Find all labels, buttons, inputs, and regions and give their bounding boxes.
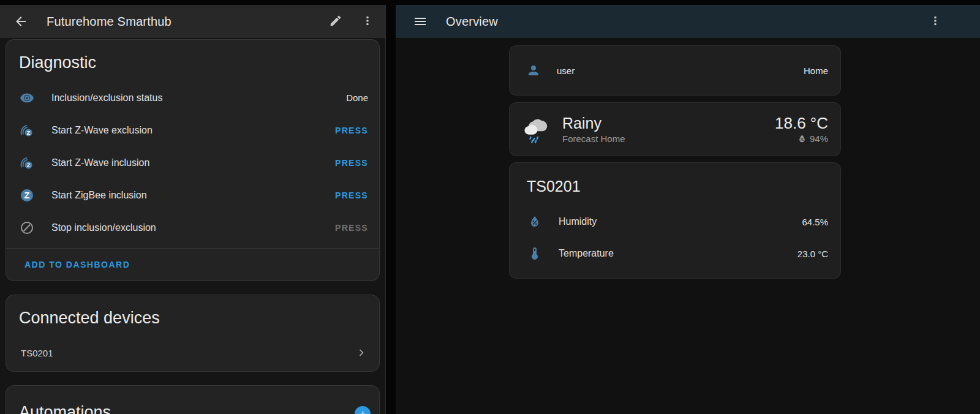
pencil-icon: [329, 14, 342, 28]
eye-icon: [20, 91, 34, 105]
row-label: Stop inclusion/exclusion: [51, 222, 156, 233]
row-label: Temperature: [559, 248, 614, 259]
device-page-title: Futurehome Smarthub: [47, 15, 172, 29]
row-label: Inclusion/exclusion status: [51, 92, 162, 104]
press-button[interactable]: PRESS: [335, 126, 368, 135]
diagnostic-row-zwave-exclusion: Z Start Z-Wave exclusion PRESS: [6, 114, 379, 146]
dashboard-title: Overview: [446, 15, 498, 29]
humidity-drop-icon: [797, 134, 807, 144]
press-button-disabled[interactable]: PRESS: [335, 223, 368, 233]
menu-button[interactable]: [413, 14, 428, 29]
cancel-icon: [20, 220, 34, 235]
dots-vertical-icon: [361, 14, 374, 28]
weather-source: Forecast Home: [562, 134, 625, 144]
dashboard-content: user Home Rainy Forecast Home: [396, 38, 980, 279]
dashboard-panel: Overview user Home: [396, 5, 980, 414]
back-button[interactable]: [13, 14, 28, 29]
zwave-icon: Z: [20, 123, 34, 138]
dashboard-overflow-menu-button[interactable]: [929, 14, 943, 29]
overflow-menu-button[interactable]: [361, 14, 375, 29]
connected-devices-title: Connected devices: [6, 295, 379, 337]
row-label: Start Z-Wave exclusion: [51, 125, 153, 136]
device-page-header: Futurehome Smarthub: [0, 5, 385, 38]
arrow-left-icon: [13, 14, 28, 29]
sensor-card-title: TS0201: [510, 163, 840, 206]
automations-title: Automations: [6, 386, 379, 414]
humidity-value: 64.5%: [802, 217, 828, 227]
weather-humidity-block: 94%: [797, 134, 828, 144]
add-to-dashboard-button[interactable]: ADD TO DASHBOARD: [6, 249, 379, 280]
person-icon: [526, 63, 541, 78]
zwave-icon: Z: [20, 156, 34, 170]
temperature-row[interactable]: Temperature 23.0 °C: [510, 238, 840, 269]
user-location: Home: [804, 66, 828, 76]
row-label: Start ZigBee inclusion: [51, 190, 147, 201]
row-value-status: Done: [346, 92, 368, 103]
diagnostic-row-stop-inclusion: Stop inclusion/exclusion PRESS: [6, 211, 379, 244]
user-name: user: [557, 66, 575, 76]
row-label: Humidity: [559, 216, 597, 227]
connected-devices-card: Connected devices TS0201: [6, 295, 380, 372]
svg-text:Z: Z: [24, 190, 30, 200]
press-button[interactable]: PRESS: [335, 158, 368, 168]
edit-button[interactable]: [329, 14, 344, 29]
diagnostic-row-inclusion-status: Inclusion/exclusion status Done: [6, 81, 379, 114]
weather-humidity-value: 94%: [810, 134, 828, 144]
dashboard-header: Overview: [396, 5, 980, 38]
weather-condition: Rainy: [562, 115, 625, 132]
press-button[interactable]: PRESS: [335, 190, 368, 200]
svg-text:Z: Z: [27, 162, 31, 168]
chevron-right-icon: [355, 346, 368, 359]
water-percent-icon: [527, 214, 542, 229]
diagnostic-card-title: Diagnostic: [6, 40, 379, 81]
zigbee-icon: Z: [20, 188, 34, 203]
svg-text:Z: Z: [27, 129, 31, 135]
sensor-card: TS0201 Humidity 64.5% Temperature 23.0 °…: [509, 162, 841, 279]
diagnostic-card: Diagnostic Inclusion/exclusion status Do…: [6, 39, 380, 281]
weather-values-block: 18.6 °C 94%: [775, 115, 828, 144]
rainy-weather-icon: [522, 115, 550, 143]
user-card[interactable]: user Home: [509, 45, 841, 96]
dots-vertical-icon: [929, 14, 942, 28]
connected-device-item[interactable]: TS0201: [6, 337, 379, 369]
diagnostic-row-zwave-inclusion: Z Start Z-Wave inclusion PRESS: [6, 146, 379, 179]
row-label: Start Z-Wave inclusion: [51, 157, 149, 168]
weather-text-block: Rainy Forecast Home: [562, 115, 625, 144]
thermometer-icon: [527, 246, 542, 261]
device-name: TS0201: [21, 348, 53, 358]
automations-card: Automations: [6, 385, 380, 414]
weather-card[interactable]: Rainy Forecast Home 18.6 °C 94%: [509, 102, 841, 156]
plus-icon: [358, 409, 368, 414]
temperature-value: 23.0 °C: [797, 249, 828, 259]
diagnostic-row-zigbee-inclusion: Z Start ZigBee inclusion PRESS: [6, 179, 379, 211]
humidity-row[interactable]: Humidity 64.5%: [510, 206, 840, 238]
hamburger-icon: [413, 14, 428, 29]
weather-temperature: 18.6 °C: [775, 115, 828, 132]
device-page-panel: Futurehome Smarthub Diagnostic Inclusion…: [0, 5, 386, 414]
